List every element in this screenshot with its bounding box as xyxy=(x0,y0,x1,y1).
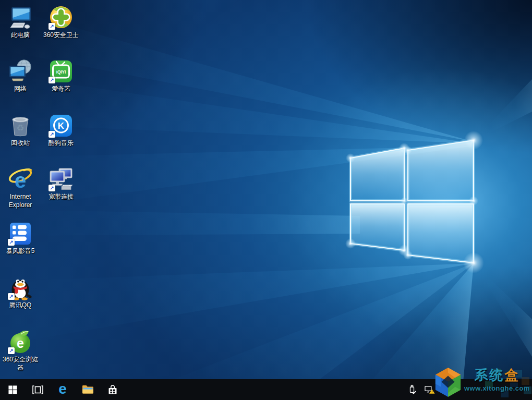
360-browser-icon: e ↗ xyxy=(8,330,33,355)
360-safe-guard-icon: ↗ xyxy=(49,5,74,30)
shortcut-arrow-icon: ↗ xyxy=(49,185,55,191)
desktop-icon-label: Internet Explorer xyxy=(0,193,41,209)
internet-explorer-icon: e xyxy=(8,167,33,192)
desktop-icon-360-browser[interactable]: e ↗ 360安全浏览器 xyxy=(0,330,41,372)
broadband-icon: ↗ xyxy=(49,167,74,192)
network-tray-button[interactable] xyxy=(425,379,435,400)
shortcut-arrow-icon: ↗ xyxy=(49,23,55,30)
desktop-icon-label: 爱奇艺 xyxy=(41,85,81,93)
desktop-icon-label: 360安全卫士 xyxy=(41,31,81,40)
speaker-icon xyxy=(443,385,453,394)
folder-icon xyxy=(82,385,94,394)
file-explorer-button[interactable] xyxy=(75,379,100,400)
svg-text:iQIYI: iQIYI xyxy=(56,70,66,75)
desktop-icon-label: 360安全浏览器 xyxy=(0,356,41,372)
shortcut-arrow-icon: ↗ xyxy=(8,347,15,354)
desktop-icon-label: 暴风影音5 xyxy=(0,247,41,256)
kugou-music-icon: K ↗ xyxy=(49,113,74,138)
svg-text:e: e xyxy=(17,336,24,350)
storm-player-icon: ↗ xyxy=(8,221,33,246)
usb-tray-button[interactable] xyxy=(407,379,417,400)
recycle-bin-icon: ♻ xyxy=(8,113,33,138)
desktop-icon-broadband[interactable]: ↗ 宽带连接 xyxy=(41,167,81,201)
desktop-icon-storm-player-5[interactable]: ↗ 暴风影音5 xyxy=(0,221,41,256)
desktop-icon-label: 此电脑 xyxy=(0,31,41,40)
edge-button[interactable]: e xyxy=(50,379,75,400)
desktop-icon-network[interactable]: 网络 xyxy=(0,59,41,93)
svg-text:K: K xyxy=(58,121,65,131)
shortcut-arrow-icon: ↗ xyxy=(49,77,55,83)
desktop-icon-recycle-bin[interactable]: ♻ 回收站 xyxy=(0,113,41,148)
task-view-icon xyxy=(32,385,43,394)
desktop-icon-360-safe-guard[interactable]: ↗ 360安全卫士 xyxy=(41,5,81,40)
svg-text:e: e xyxy=(15,169,26,192)
volume-tray-button[interactable] xyxy=(442,379,453,400)
iqiyi-icon: iQIYI ↗ xyxy=(49,59,74,84)
desktop-icon-tencent-qq[interactable]: ↗ 腾讯QQ xyxy=(0,275,41,310)
desktop-icon-iqiyi[interactable]: iQIYI ↗ 爱奇艺 xyxy=(41,59,81,93)
shortcut-arrow-icon: ↗ xyxy=(49,131,55,138)
qq-penguin-icon: ↗ xyxy=(8,275,33,300)
windows-desktop: 此电脑 ↗ 360安全卫士 xyxy=(0,0,532,400)
system-tray xyxy=(407,379,453,400)
desktop-icon-kugou-music[interactable]: K ↗ 酷狗音乐 xyxy=(41,113,81,148)
svg-text:♻: ♻ xyxy=(16,123,24,133)
task-view-button[interactable] xyxy=(25,379,50,400)
desktop-icon-label: 回收站 xyxy=(0,139,41,148)
usb-icon xyxy=(407,384,417,395)
network-warning-icon xyxy=(425,385,435,394)
start-button[interactable] xyxy=(0,379,25,400)
network-icon xyxy=(8,59,33,84)
desktop-icon-internet-explorer[interactable]: e Internet Explorer xyxy=(0,167,41,209)
taskbar: e xyxy=(0,379,532,400)
desktop-icon-label: 酷狗音乐 xyxy=(41,139,81,148)
desktop-icon-label: 腾讯QQ xyxy=(0,301,41,310)
shortcut-arrow-icon: ↗ xyxy=(8,293,15,300)
shortcut-arrow-icon: ↗ xyxy=(8,239,15,246)
store-button[interactable] xyxy=(100,379,125,400)
windows-logo-icon xyxy=(8,385,17,394)
store-bag-icon xyxy=(108,384,117,395)
this-pc-icon xyxy=(8,5,33,30)
desktop-icon-this-pc[interactable]: 此电脑 xyxy=(0,5,41,40)
edge-icon: e xyxy=(58,382,67,396)
desktop-icon-label: 宽带连接 xyxy=(41,193,81,201)
desktop-icon-label: 网络 xyxy=(0,85,41,93)
